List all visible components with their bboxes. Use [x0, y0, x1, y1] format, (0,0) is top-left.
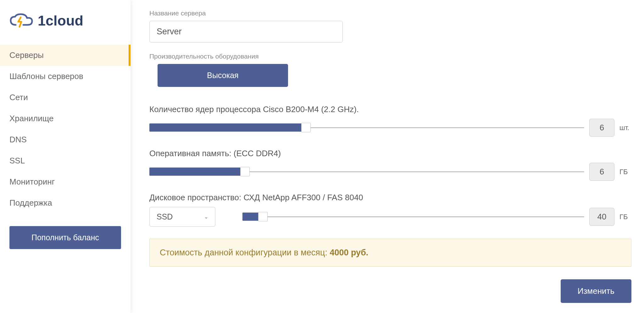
sidebar-item-6[interactable]: Мониторинг	[0, 171, 130, 192]
ram-label: Оперативная память: (ECC DDR4)	[149, 149, 631, 158]
disk-slider-thumb[interactable]	[258, 212, 268, 221]
ram-value-display: 6	[589, 163, 614, 181]
sidebar-item-2[interactable]: Сети	[0, 87, 130, 108]
cost-value: 4000 руб.	[330, 248, 368, 257]
server-name-input[interactable]	[149, 21, 343, 43]
cpu-slider[interactable]	[149, 127, 584, 128]
sidebar-item-0[interactable]: Серверы	[0, 45, 130, 66]
cpu-value-display: 6	[589, 119, 614, 137]
disk-value-display: 40	[589, 208, 614, 226]
performance-label: Производительность оборудования	[149, 53, 631, 60]
disk-label: Дисковое пространство: СХД NetApp AFF300…	[149, 193, 631, 202]
sidebar-item-1[interactable]: Шаблоны серверов	[0, 66, 130, 87]
server-name-label: Название сервера	[149, 9, 631, 17]
sidebar-item-5[interactable]: SSL	[0, 150, 130, 171]
logo: 1cloud	[0, 0, 130, 45]
cost-summary: Стоимость данной конфигурации в месяц: 4…	[149, 239, 631, 267]
performance-high-button[interactable]: Высокая	[158, 64, 288, 87]
chevron-down-icon: ⌄	[204, 214, 208, 220]
brand-name: 1cloud	[38, 13, 83, 29]
cpu-unit-label: шт.	[619, 124, 631, 132]
ram-slider[interactable]	[149, 171, 584, 172]
disk-type-select[interactable]: SSD ⌄	[149, 207, 215, 227]
disk-unit-label: ГБ	[619, 213, 631, 221]
cpu-slider-thumb[interactable]	[301, 123, 311, 132]
disk-slider[interactable]	[242, 216, 584, 217]
ram-slider-thumb[interactable]	[240, 167, 250, 176]
cloud-logo-icon	[9, 13, 35, 29]
disk-type-value: SSD	[157, 212, 173, 221]
main-content: Название сервера Производительность обор…	[130, 0, 644, 292]
sidebar: 1cloud СерверыШаблоны серверовСетиХранил…	[0, 0, 130, 303]
cost-prefix: Стоимость данной конфигурации в месяц:	[160, 248, 330, 257]
ram-unit-label: ГБ	[619, 168, 631, 176]
top-up-balance-button[interactable]: Пополнить баланс	[9, 226, 121, 249]
sidebar-item-3[interactable]: Хранилище	[0, 108, 130, 129]
apply-button[interactable]: Изменить	[561, 279, 631, 303]
sidebar-item-4[interactable]: DNS	[0, 129, 130, 150]
sidebar-item-7[interactable]: Поддержка	[0, 192, 130, 213]
cpu-label: Количество ядер процессора Cisco B200-M4…	[149, 105, 631, 114]
